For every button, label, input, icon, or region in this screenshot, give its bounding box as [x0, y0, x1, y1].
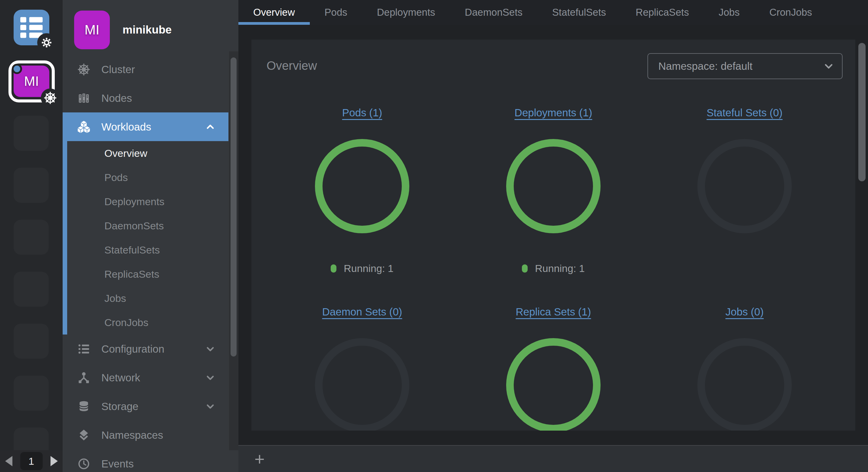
chevron-up-icon — [204, 121, 216, 133]
running-status-bullet — [331, 264, 336, 273]
sidebar-subitem-pods[interactable]: Pods — [67, 165, 228, 190]
legend-label: Running: 1 — [535, 263, 585, 274]
namespace-select-value: Namespace: default — [658, 60, 752, 72]
hotbar-pager: 1 — [0, 450, 63, 472]
replicasets-donut-chart — [506, 338, 600, 431]
layers-icon — [76, 428, 91, 442]
add-tab-button[interactable]: + — [250, 448, 269, 470]
hotbar-empty-slot — [13, 324, 49, 359]
content-area: Overview Namespace: default Pods (1) — [239, 25, 868, 445]
chevron-down-icon — [204, 343, 216, 355]
sidebar-item-label: Configuration — [101, 343, 164, 355]
hotbar-empty-slot — [13, 272, 49, 307]
chevron-down-icon — [204, 400, 216, 412]
sidebar-subitem-replicasets[interactable]: ReplicaSets — [67, 262, 228, 286]
sidebar-subitem-statefulsets[interactable]: StatefulSets — [67, 238, 228, 262]
sidebar-subitem-overview[interactable]: Overview — [67, 141, 228, 165]
content-scrollbar-thumb[interactable] — [858, 43, 866, 181]
statefulsets-link[interactable]: Stateful Sets (0) — [707, 107, 783, 122]
chevron-down-icon — [822, 60, 835, 73]
namespace-select[interactable]: Namespace: default — [647, 53, 843, 79]
sidebar-item-events[interactable]: Events — [63, 449, 228, 472]
sidebar-menu: Cluster — [63, 55, 228, 472]
workloads-overview-panel: Overview Namespace: default Pods (1) — [251, 40, 855, 431]
workload-charts-grid: Pods (1) Running: 1 Deployments (1) Runn… — [267, 100, 840, 431]
sidebar-item-configuration[interactable]: Configuration — [63, 335, 228, 363]
chart-cell-jobs: Jobs (0) — [649, 275, 840, 431]
active-cluster-item-minikube[interactable]: MI — [8, 61, 55, 102]
catalog-slot — [13, 10, 49, 45]
next-page-arrow-icon[interactable] — [51, 456, 58, 466]
deployments-donut-chart — [506, 139, 600, 233]
tab-overview[interactable]: Overview — [239, 0, 310, 25]
tab-pods[interactable]: Pods — [310, 0, 362, 25]
clock-icon — [76, 457, 91, 471]
deployments-legend: Running: 1 — [522, 262, 585, 275]
tab-cronjobs[interactable]: CronJobs — [754, 0, 827, 25]
sidebar-cluster-avatar: MI — [74, 10, 110, 49]
sidebar-item-nodes[interactable]: Nodes — [63, 84, 228, 112]
chart-cell-deployments: Deployments (1) Running: 1 — [458, 100, 649, 275]
sidebar-item-workloads[interactable]: Workloads — [63, 112, 228, 141]
sidebar-item-label: Storage — [101, 400, 138, 412]
running-status-bullet — [522, 264, 528, 273]
hotbar-rail: MI — [0, 0, 63, 472]
sidebar-header: MI minikube — [63, 0, 239, 55]
tab-statefulsets[interactable]: StatefulSets — [537, 0, 621, 25]
tab-replicasets[interactable]: ReplicaSets — [621, 0, 704, 25]
sidebar-subitem-deployments[interactable]: Deployments — [67, 190, 228, 214]
cluster-status-dot — [12, 64, 22, 74]
prev-page-arrow-icon[interactable] — [5, 456, 12, 466]
hub-icon — [76, 370, 91, 385]
cubes-icon — [76, 120, 91, 134]
sidebar-subitem-cronjobs[interactable]: CronJobs — [67, 310, 228, 335]
sidebar-scrollbar-thumb[interactable] — [230, 58, 237, 357]
sidebar-item-cluster[interactable]: Cluster — [63, 55, 228, 84]
sidebar-subitem-daemonsets[interactable]: DaemonSets — [67, 214, 228, 238]
sidebar-item-label: Cluster — [101, 63, 135, 75]
sidebar-item-label: Namespaces — [101, 429, 163, 441]
sidebar-item-label: Network — [101, 372, 140, 384]
tab-deployments[interactable]: Deployments — [362, 0, 450, 25]
sidebar-subitem-jobs[interactable]: Jobs — [67, 286, 228, 310]
deployments-link[interactable]: Deployments (1) — [515, 107, 592, 122]
statefulsets-donut-chart — [698, 139, 792, 233]
cluster-name: minikube — [123, 24, 172, 36]
replicasets-link[interactable]: Replica Sets (1) — [516, 306, 591, 321]
hotbar-empty-slot — [13, 376, 49, 411]
daemonsets-link[interactable]: Daemon Sets (0) — [322, 306, 402, 321]
sidebar-scrollbar-track — [229, 52, 239, 450]
chevron-down-icon — [204, 372, 216, 384]
sidebar-item-network[interactable]: Network — [63, 363, 228, 392]
sidebar-item-storage[interactable]: Storage — [63, 392, 228, 420]
helm-wheel-icon — [76, 62, 91, 77]
hotbar-empty-slot — [13, 116, 49, 151]
chart-cell-statefulsets: Stateful Sets (0) — [649, 100, 840, 275]
cluster-initials: MI — [24, 74, 39, 89]
tab-daemonsets[interactable]: DaemonSets — [450, 0, 537, 25]
pods-link[interactable]: Pods (1) — [342, 107, 382, 122]
workloads-submenu: Overview Pods Deployments DaemonSets Sta… — [63, 141, 228, 335]
sidebar-item-namespaces[interactable]: Namespaces — [63, 420, 228, 449]
jobs-link[interactable]: Jobs (0) — [725, 306, 764, 321]
tab-jobs[interactable]: Jobs — [704, 0, 754, 25]
cluster-sidebar: MI minikube Cluster — [63, 0, 239, 472]
daemonsets-donut-chart — [315, 338, 409, 431]
chart-cell-pods: Pods (1) Running: 1 — [267, 100, 458, 275]
list-icon — [76, 342, 91, 356]
tab-bar: Overview Pods Deployments DaemonSets Sta… — [239, 0, 868, 25]
pods-legend: Running: 1 — [331, 262, 393, 275]
lens-window: MI — [0, 0, 868, 472]
hotbar-empty-slot — [13, 168, 49, 203]
sidebar-item-label: Workloads — [101, 121, 151, 133]
kubernetes-helm-icon — [41, 89, 60, 107]
sidebar-item-label: Nodes — [101, 92, 132, 104]
page-title: Overview — [267, 59, 317, 72]
chart-cell-replicasets: Replica Sets (1) — [458, 275, 649, 431]
main-area: Overview Pods Deployments DaemonSets Sta… — [239, 0, 868, 472]
settings-gear-icon[interactable] — [37, 33, 56, 52]
database-icon — [76, 399, 91, 414]
chart-cell-daemonsets: Daemon Sets (0) — [267, 275, 458, 431]
nodes-icon — [76, 91, 91, 105]
legend-label: Running: 1 — [344, 263, 393, 274]
